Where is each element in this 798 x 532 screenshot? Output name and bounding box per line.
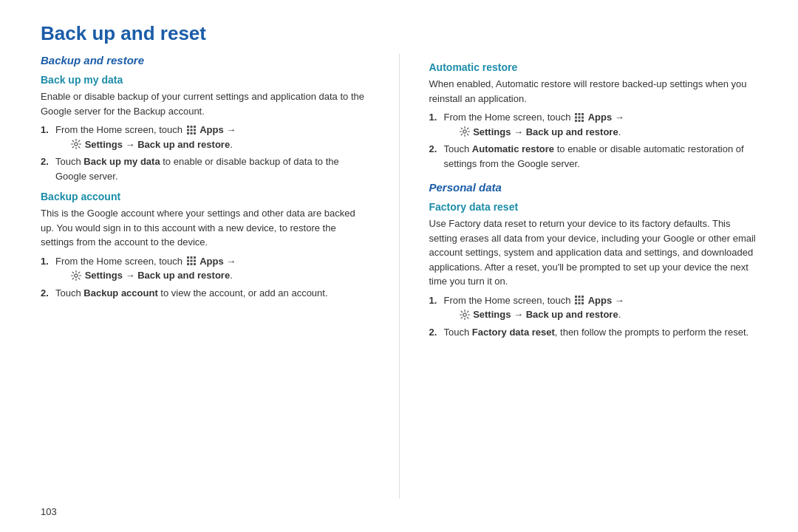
- svg-point-9: [75, 143, 78, 146]
- svg-rect-20: [575, 113, 577, 115]
- svg-rect-32: [582, 296, 584, 298]
- svg-rect-37: [579, 302, 581, 304]
- section-personal-data-title: Personal data: [429, 181, 758, 194]
- svg-rect-10: [187, 256, 189, 259]
- settings-path-3: Settings → Back up and restore: [473, 126, 618, 137]
- step-number: 2.: [429, 142, 440, 157]
- svg-rect-34: [579, 299, 581, 301]
- step-content: Touch Factory data reset, then follow th…: [444, 325, 758, 340]
- svg-rect-11: [190, 256, 192, 259]
- settings-path-4: Settings → Back up and restore: [473, 309, 618, 320]
- settings-step-line: Settings → Back up and restore.: [70, 270, 233, 281]
- page-number: 103: [41, 506, 757, 517]
- svg-rect-36: [575, 302, 577, 304]
- step-number: 1.: [41, 254, 51, 269]
- apps-grid-icon: [186, 256, 197, 266]
- apps-label: Apps: [588, 295, 613, 306]
- auto-restore-link: Automatic restore: [472, 143, 554, 154]
- svg-rect-0: [187, 126, 189, 128]
- svg-rect-25: [582, 116, 584, 118]
- settings-step-line: Settings → Back up and restore.: [459, 309, 621, 320]
- svg-rect-14: [190, 260, 192, 262]
- svg-rect-33: [575, 299, 577, 301]
- apps-grid-icon: [574, 112, 584, 123]
- svg-rect-30: [575, 296, 577, 298]
- step-content: From the Home screen, touch: [55, 123, 369, 151]
- subsection-backup-my-data-heading: Back up my data: [41, 74, 369, 86]
- factory-reset-steps: 1. From the Home screen, touch: [429, 293, 758, 340]
- apps-grid-icon: [186, 125, 197, 135]
- svg-rect-5: [194, 129, 196, 131]
- apps-label: Apps: [200, 256, 224, 267]
- svg-rect-35: [582, 299, 584, 301]
- page: Back up and reset Backup and restore Bac…: [0, 0, 798, 532]
- factory-reset-body: Use Factory data reset to return your de…: [429, 216, 758, 289]
- content-columns: Backup and restore Back up my data Enabl…: [41, 54, 757, 499]
- step-content: From the Home screen, touch: [55, 254, 369, 283]
- subsection-factory-reset-heading: Factory data reset: [429, 201, 758, 213]
- apps-label: Apps: [588, 112, 613, 123]
- backup-account-link: Backup account: [83, 287, 157, 299]
- settings-step-line: Settings → Back up and restore.: [70, 139, 233, 150]
- svg-rect-12: [194, 256, 196, 259]
- step-number: 1.: [429, 110, 440, 125]
- backup-my-data-body: Enable or disable backup of your current…: [41, 89, 369, 118]
- page-title: Back up and reset: [41, 22, 757, 45]
- right-column: Automatic restore When enabled, Automati…: [429, 54, 758, 499]
- step-number: 2.: [429, 325, 440, 340]
- settings-gear-icon: [71, 270, 81, 281]
- svg-rect-22: [582, 113, 584, 115]
- step-content: Touch Backup account to view the account…: [55, 286, 369, 301]
- backup-my-data-steps: 1. From the Home screen, touch: [41, 123, 369, 183]
- step-content: From the Home screen, touch: [444, 110, 758, 139]
- step-number: 2.: [41, 286, 51, 301]
- svg-rect-4: [190, 129, 192, 131]
- svg-rect-21: [579, 113, 581, 115]
- step-item: 2. Touch Backup account to view the acco…: [41, 286, 369, 301]
- svg-rect-31: [579, 296, 581, 298]
- apps-label: Apps: [200, 124, 224, 135]
- svg-rect-13: [187, 260, 189, 262]
- svg-point-19: [75, 273, 78, 276]
- backup-account-steps: 1. From the Home screen, touch: [41, 254, 369, 301]
- step-item: 1. From the Home screen, touch: [41, 123, 369, 151]
- factory-reset-link: Factory data reset: [472, 327, 555, 338]
- step-content: Touch Back up my data to enable or disab…: [55, 154, 369, 183]
- svg-rect-8: [194, 132, 196, 134]
- svg-rect-2: [194, 126, 196, 128]
- step-item: 2. Touch Automatic restore to enable or …: [429, 142, 758, 171]
- svg-rect-15: [194, 260, 196, 262]
- step-item: 2. Touch Factory data reset, then follow…: [429, 325, 758, 340]
- svg-rect-27: [579, 120, 581, 122]
- backup-account-body: This is the Google account where your se…: [41, 206, 369, 250]
- settings-path-2: Settings → Back up and restore: [85, 270, 231, 281]
- svg-rect-24: [579, 116, 581, 118]
- step-number: 1.: [41, 123, 51, 137]
- settings-gear-icon: [71, 139, 81, 149]
- column-divider: [399, 54, 400, 499]
- step-content: From the Home screen, touch: [444, 293, 758, 322]
- section-backup-restore-title: Backup and restore: [41, 54, 369, 66]
- svg-rect-6: [187, 132, 189, 134]
- svg-point-39: [463, 313, 466, 316]
- svg-rect-17: [190, 263, 192, 265]
- svg-point-29: [463, 130, 466, 133]
- svg-rect-3: [187, 129, 189, 131]
- svg-rect-38: [582, 302, 584, 304]
- step-content: Touch Automatic restore to enable or dis…: [444, 142, 758, 171]
- step-item: 1. From the Home screen, touch: [41, 254, 369, 283]
- step-item: 1. From the Home screen, touch: [429, 293, 758, 322]
- svg-rect-26: [575, 120, 577, 122]
- settings-step-line: Settings → Back up and restore.: [459, 126, 621, 137]
- auto-restore-steps: 1. From the Home screen, touch: [429, 110, 758, 171]
- apps-grid-icon: [574, 295, 584, 305]
- step-item: 2. Touch Back up my data to enable or di…: [41, 154, 369, 183]
- subsection-backup-account-heading: Backup account: [41, 191, 369, 202]
- svg-rect-28: [582, 120, 584, 122]
- svg-rect-7: [190, 132, 192, 134]
- svg-rect-23: [575, 116, 577, 118]
- settings-gear-icon: [460, 126, 470, 137]
- back-up-my-data-link: Back up my data: [83, 156, 160, 167]
- step-number: 1.: [429, 293, 440, 308]
- step-number: 2.: [41, 154, 51, 169]
